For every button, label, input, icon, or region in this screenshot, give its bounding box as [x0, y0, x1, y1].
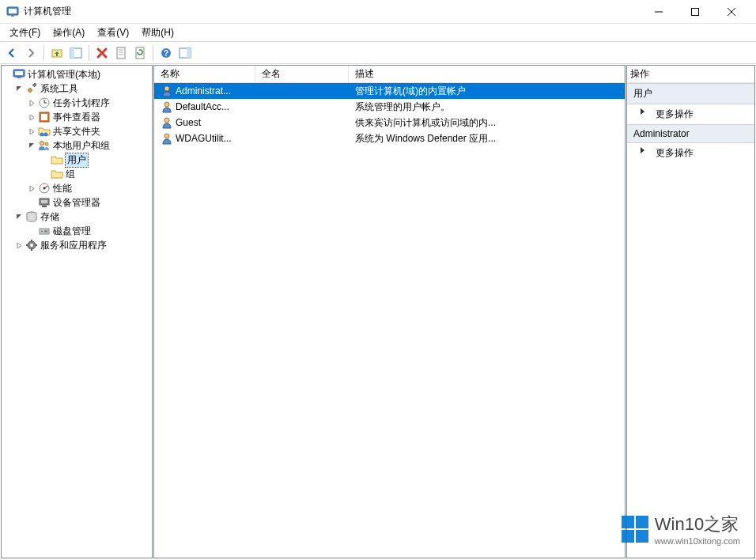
cell-name: Guest: [154, 116, 255, 129]
actions-panel: 操作 用户 更多操作 Administrator 更多操作: [626, 65, 755, 558]
cell-name: DefaultAcc...: [154, 100, 255, 113]
actions-item-label: 更多操作: [656, 147, 694, 158]
tree-label: 性能: [53, 182, 72, 195]
delete-button[interactable]: [93, 44, 111, 62]
tree-local-users-groups[interactable]: 本地用户和组: [2, 138, 152, 153]
svg-rect-10: [117, 47, 125, 59]
collapse-icon[interactable]: [14, 212, 25, 222]
services-icon: [25, 239, 38, 252]
tree-label: 服务和应用程序: [40, 239, 107, 252]
expand-icon[interactable]: [27, 112, 37, 123]
refresh-button[interactable]: [131, 44, 149, 62]
app-icon: [6, 6, 19, 18]
expand-icon[interactable]: [27, 184, 37, 194]
svg-point-45: [164, 134, 169, 138]
forward-button[interactable]: [22, 44, 40, 62]
tree-label: 磁盘管理: [53, 225, 91, 238]
tree-performance[interactable]: 性能: [2, 181, 152, 195]
show-hide-tree-button[interactable]: [67, 44, 85, 62]
list-row[interactable]: WDAGUtilit...系统为 Windows Defender 应用...: [154, 131, 625, 146]
tree-shared-folders[interactable]: 共享文件夹: [2, 124, 152, 138]
list-row[interactable]: Administrat...管理计算机(域)的内置帐户: [154, 83, 625, 99]
maximize-button[interactable]: [677, 0, 713, 24]
show-hide-actions-button[interactable]: [176, 44, 194, 62]
svg-rect-18: [187, 48, 191, 58]
up-button[interactable]: [48, 44, 66, 62]
expand-icon[interactable]: [27, 198, 37, 208]
tree-label: 事件查看器: [53, 111, 100, 124]
menu-bar: 文件(F) 操作(A) 查看(V) 帮助(H): [0, 24, 756, 41]
window-controls: [641, 0, 750, 24]
expand-icon[interactable]: [27, 226, 37, 236]
actions-more-1[interactable]: 更多操作: [627, 104, 754, 124]
column-full-name[interactable]: 全名: [255, 66, 349, 82]
svg-rect-9: [70, 48, 74, 58]
collapse-icon[interactable]: [14, 84, 25, 94]
svg-point-30: [45, 142, 48, 146]
svg-text:?: ?: [164, 49, 168, 58]
tree-event-viewer[interactable]: 事件查看器: [2, 110, 152, 124]
tree-root[interactable]: 计算机管理(本地): [2, 67, 152, 81]
user-icon: [161, 85, 173, 97]
menu-file[interactable]: 文件(F): [3, 25, 47, 41]
expand-icon[interactable]: [40, 169, 50, 180]
tree-label: 设备管理器: [53, 196, 100, 210]
back-button[interactable]: [3, 44, 21, 62]
tree-services-apps[interactable]: 服务和应用程序: [2, 238, 152, 252]
menu-action[interactable]: 操作(A): [47, 25, 91, 41]
collapse-icon[interactable]: [27, 141, 37, 151]
expand-icon[interactable]: [27, 127, 37, 137]
title-bar: 计算机管理: [0, 0, 756, 24]
expand-icon[interactable]: [14, 240, 25, 251]
tree-label: 组: [66, 168, 75, 181]
tree-groups[interactable]: 组: [2, 167, 152, 181]
svg-rect-20: [15, 71, 23, 75]
properties-button[interactable]: [112, 44, 130, 62]
close-button[interactable]: [713, 0, 750, 24]
expand-icon[interactable]: [2, 70, 12, 80]
cell-name: WDAGUtilit...: [154, 132, 255, 145]
tree-storage[interactable]: 存储: [2, 210, 152, 224]
svg-point-43: [164, 102, 169, 107]
toolbar-separator: [153, 45, 153, 61]
clock-icon: [38, 96, 51, 109]
user-icon: [161, 116, 173, 129]
svg-rect-1: [9, 9, 17, 13]
menu-help[interactable]: 帮助(H): [135, 25, 180, 41]
actions-group-administrator: Administrator: [627, 124, 754, 143]
svg-rect-34: [41, 200, 47, 203]
svg-point-32: [43, 187, 46, 190]
cell-name: Administrat...: [154, 85, 255, 97]
svg-rect-2: [11, 15, 14, 17]
expand-icon[interactable]: [27, 98, 37, 108]
svg-point-44: [164, 118, 169, 123]
column-description[interactable]: 描述: [349, 66, 625, 82]
list-body[interactable]: Administrat...管理计算机(域)的内置帐户DefaultAcc...…: [154, 83, 625, 558]
menu-view[interactable]: 查看(V): [91, 25, 135, 41]
users-groups-icon: [38, 139, 51, 152]
actions-more-2[interactable]: 更多操作: [627, 143, 754, 163]
minimize-button[interactable]: [641, 0, 677, 24]
svg-rect-35: [42, 206, 47, 207]
tree-label: 任务计划程序: [53, 96, 110, 110]
tree-users[interactable]: 用户: [2, 153, 152, 167]
shared-folder-icon: [38, 125, 51, 138]
tree-label: 共享文件夹: [53, 125, 100, 138]
list-panel: 名称 全名 描述 Administrat...管理计算机(域)的内置帐户Defa…: [153, 65, 626, 558]
tree-disk-management[interactable]: 磁盘管理: [2, 224, 152, 238]
tree-task-scheduler[interactable]: 任务计划程序: [2, 96, 152, 110]
column-name[interactable]: 名称: [154, 66, 255, 82]
list-row[interactable]: Guest供来宾访问计算机或访问域的内...: [154, 115, 625, 131]
cell-description: 供来宾访问计算机或访问域的内...: [349, 116, 625, 130]
list-row[interactable]: DefaultAcc...系统管理的用户帐户。: [154, 99, 625, 115]
svg-rect-39: [44, 230, 47, 233]
svg-point-29: [40, 142, 44, 146]
cell-description: 系统为 Windows Defender 应用...: [349, 132, 625, 146]
help-button[interactable]: ?: [157, 44, 175, 62]
tree-label: 用户: [66, 153, 88, 167]
tree-device-manager[interactable]: 设备管理器: [2, 195, 152, 210]
expand-icon[interactable]: [40, 155, 50, 165]
tree-system-tools[interactable]: 系统工具: [2, 81, 152, 96]
svg-point-27: [40, 133, 44, 137]
tree-panel[interactable]: 计算机管理(本地) 系统工具 任务计划程序 事件查看器: [1, 65, 153, 558]
